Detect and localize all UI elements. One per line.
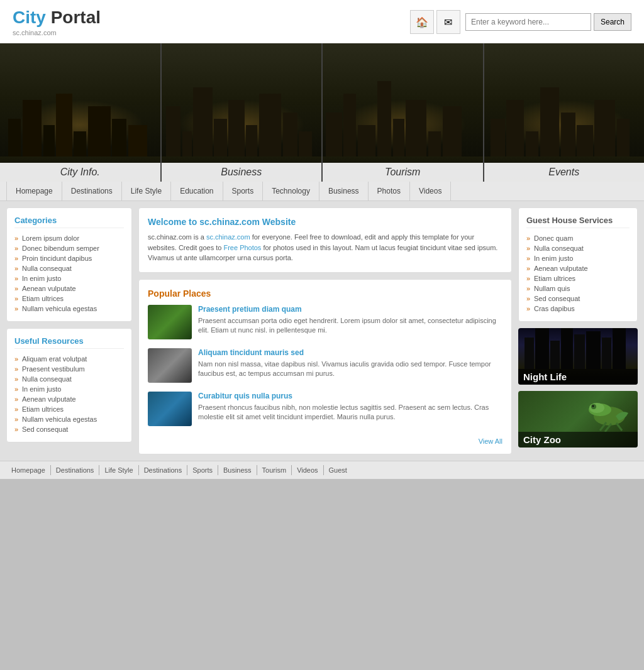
hero-panel-4[interactable]: Events <box>484 43 645 182</box>
resources-title: Useful Resources <box>14 336 124 349</box>
hero-panel-3[interactable]: Tourism <box>323 43 484 182</box>
site-link[interactable]: sc.chinaz.com <box>206 233 250 241</box>
place-title-3[interactable]: Curabitur quis nulla purus <box>198 392 502 400</box>
search-bar: Search <box>465 13 631 31</box>
list-item[interactable]: Nullam vehicula egestas <box>14 414 124 424</box>
nav-business[interactable]: Business <box>319 182 369 200</box>
nav-destinations[interactable]: Destinations <box>62 182 122 200</box>
city-zoo-label: City Zoo <box>523 434 561 445</box>
list-item[interactable]: Proin tincidunt dapibus <box>14 253 124 263</box>
main-content: Categories Lorem ipsum dolor Donec biben… <box>0 201 644 461</box>
footer-nav-sports[interactable]: Sports <box>187 465 218 475</box>
night-life-label: Night Life <box>523 371 567 382</box>
footer-nav-guest[interactable]: Guest <box>324 465 352 475</box>
night-life-photo[interactable]: Night Life <box>518 328 638 385</box>
header-left: City Portal sc.chinaz.com <box>13 8 101 36</box>
hero-panel-1[interactable]: City Info. <box>0 43 162 182</box>
place-info-1: Praesent pretium diam quam Praesent accu… <box>198 305 502 339</box>
footer-nav-tourism[interactable]: Tourism <box>257 465 292 475</box>
resources-box: Useful Resources Aliquam erat volutpat P… <box>6 328 132 442</box>
mail-icon[interactable]: ✉ <box>436 10 460 34</box>
popular-places-title: Popular Places <box>148 288 502 299</box>
header: City Portal sc.chinaz.com 🏠 ✉ Search <box>0 0 644 43</box>
list-item[interactable]: In enim justo <box>14 273 124 283</box>
place-image-2 <box>148 348 192 383</box>
site-title-bold: City <box>13 8 46 27</box>
list-item[interactable]: Etiam ultrices <box>526 273 630 283</box>
list-item[interactable]: Aenean vulputate <box>526 263 630 273</box>
svg-point-4 <box>592 405 594 407</box>
search-button[interactable]: Search <box>594 13 631 31</box>
list-item[interactable]: Etiam ultrices <box>14 294 124 304</box>
place-thumb-2 <box>148 348 192 383</box>
footer-nav-destinations[interactable]: Destinations <box>51 465 100 475</box>
place-title-1[interactable]: Praesent pretium diam quam <box>198 305 502 314</box>
list-item[interactable]: Sed consequat <box>14 424 124 434</box>
list-item[interactable]: Nullam quis <box>526 283 630 294</box>
welcome-title: Welcome to sc.chinaz.com Website <box>148 217 502 227</box>
list-item[interactable]: Nulla consequat <box>526 243 630 253</box>
list-item[interactable]: Donec quam <box>526 233 630 243</box>
nav-lifestyle[interactable]: Life Style <box>122 182 171 200</box>
hero-panel-2[interactable]: Business <box>162 43 323 182</box>
place-desc-1: Praesent accumsan porta odio eget hendre… <box>198 316 502 336</box>
footer-nav-videos[interactable]: Videos <box>292 465 323 475</box>
right-sidebar: Guest House Services Donec quam Nulla co… <box>518 207 638 454</box>
search-input[interactable] <box>465 13 591 31</box>
list-item[interactable]: Nulla consequat <box>14 374 124 384</box>
place-thumb-1 <box>148 305 192 339</box>
categories-list: Lorem ipsum dolor Donec bibendum semper … <box>14 233 124 314</box>
welcome-text: sc.chinaz.com is a sc.chinaz.com for eve… <box>148 232 502 263</box>
city-zoo-photo[interactable]: City Zoo <box>518 391 638 448</box>
services-title: Guest House Services <box>526 216 630 228</box>
left-sidebar: Categories Lorem ipsum dolor Donec biben… <box>6 207 132 454</box>
list-item[interactable]: Aliquam erat volutpat <box>14 354 124 364</box>
nav-technology[interactable]: Technology <box>263 182 319 200</box>
footer-nav-destinations2[interactable]: Destinations <box>139 465 188 475</box>
place-thumb-3 <box>148 392 192 426</box>
nav-sports[interactable]: Sports <box>223 182 264 200</box>
list-item[interactable]: Sed consequat <box>526 294 630 304</box>
list-item[interactable]: Cras dapibus <box>526 304 630 314</box>
panel-label-3[interactable]: Tourism <box>323 163 483 182</box>
nav-photos[interactable]: Photos <box>369 182 410 200</box>
list-item[interactable]: Praesent vestibulum <box>14 364 124 374</box>
site-title-rest: Portal <box>46 8 101 27</box>
list-item[interactable]: Donec bibendum semper <box>14 243 124 253</box>
list-item[interactable]: Nulla consequat <box>14 263 124 273</box>
header-icons: 🏠 ✉ <box>410 10 460 34</box>
home-icon[interactable]: 🏠 <box>410 10 434 34</box>
panel-label-1[interactable]: City Info. <box>0 163 160 182</box>
hero-banner: City Info. Business <box>0 43 644 182</box>
list-item[interactable]: In enim justo <box>526 253 630 263</box>
place-item-1: Praesent pretium diam quam Praesent accu… <box>148 305 502 339</box>
panel-label-2[interactable]: Business <box>162 163 322 182</box>
main-nav: Homepage Destinations Life Style Educati… <box>0 182 644 201</box>
photos-link[interactable]: Free Photos <box>223 244 261 251</box>
list-item[interactable]: Aenean vulputate <box>14 394 124 404</box>
footer-nav-business[interactable]: Business <box>218 465 257 475</box>
view-all-link[interactable]: View All <box>148 435 502 445</box>
panel-label-4[interactable]: Events <box>484 163 645 182</box>
place-title-2[interactable]: Aliquam tincidunt mauris sed <box>198 348 502 357</box>
list-item[interactable]: Etiam ultrices <box>14 404 124 414</box>
place-item-3: Curabitur quis nulla purus Praesent rhon… <box>148 392 502 426</box>
header-right: 🏠 ✉ Search <box>410 10 631 34</box>
nav-videos[interactable]: Videos <box>410 182 451 200</box>
list-item[interactable]: Nullam vehicula egestas <box>14 304 124 314</box>
services-list: Donec quam Nulla consequat In enim justo… <box>526 233 630 314</box>
center-content: Welcome to sc.chinaz.com Website sc.chin… <box>138 207 512 454</box>
place-desc-2: Nam non nisl massa, vitae dapibus nisl. … <box>198 360 502 379</box>
footer-nav-lifestyle[interactable]: Life Style <box>99 465 138 475</box>
nav-education[interactable]: Education <box>171 182 223 200</box>
place-image-1 <box>148 305 192 339</box>
list-item[interactable]: Lorem ipsum dolor <box>14 233 124 243</box>
list-item[interactable]: Aenean vulputate <box>14 283 124 294</box>
footer-nav-homepage[interactable]: Homepage <box>6 465 51 475</box>
resources-list: Aliquam erat volutpat Praesent vestibulu… <box>14 354 124 434</box>
place-image-3 <box>148 392 192 426</box>
list-item[interactable]: In enim justo <box>14 384 124 394</box>
place-desc-3: Praesent rhoncus faucibus nibh, non mole… <box>198 403 502 422</box>
nav-homepage[interactable]: Homepage <box>6 182 62 200</box>
welcome-box: Welcome to sc.chinaz.com Website sc.chin… <box>138 207 512 273</box>
